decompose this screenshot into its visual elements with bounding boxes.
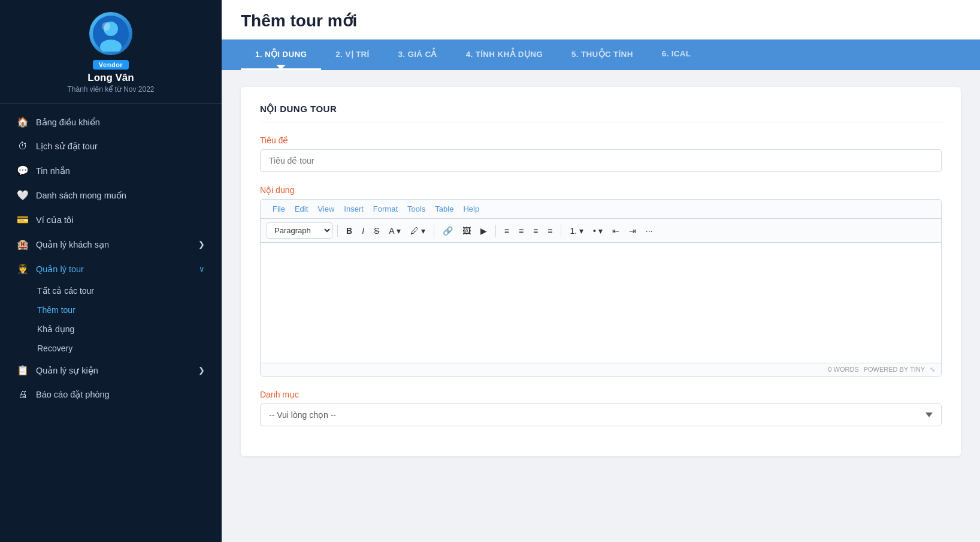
ordered-list-button[interactable]: 1. ▾: [566, 224, 587, 238]
category-select[interactable]: -- Vui lòng chọn --: [260, 404, 942, 426]
avatar: [89, 12, 132, 55]
sidebar-item-label: Tin nhắn: [36, 166, 70, 176]
sidebar-item-tour-mgmt[interactable]: 🧑‍✈️ Quản lý tour ∨: [0, 257, 222, 281]
page-title: Thêm tour mới: [241, 11, 961, 31]
sidebar-username: Long Vân: [87, 72, 134, 84]
menu-view[interactable]: View: [313, 203, 339, 215]
menu-file[interactable]: File: [268, 203, 290, 215]
chevron-right-icon: ❯: [198, 240, 205, 249]
wallet-icon: 💳: [17, 214, 29, 225]
sidebar-item-label: Quản lý tour: [36, 264, 84, 274]
step-tab-6[interactable]: 6. ICAL: [648, 40, 706, 70]
toolbar-divider-4: [561, 225, 561, 237]
menu-format[interactable]: Format: [368, 203, 403, 215]
sidebar-item-wishlist[interactable]: 🤍 Danh sách mong muốn: [0, 183, 222, 207]
title-input[interactable]: [260, 149, 942, 172]
step-tab-5[interactable]: 5. THUỘC TÍNH: [557, 40, 648, 70]
link-button[interactable]: 🔗: [439, 224, 456, 238]
sidebar-nav: 🏠 Bảng điều khiển ⏱ Lịch sử đặt tour 💬 T…: [0, 104, 222, 542]
step-tab-3[interactable]: 3. GIÁ CẢ: [384, 40, 452, 70]
chevron-down-icon: ∨: [199, 264, 205, 273]
indent-button[interactable]: ⇥: [625, 224, 640, 238]
step-tab-4[interactable]: 4. TÍNH KHẢ DỤNG: [452, 40, 557, 70]
sidebar-item-event-mgmt[interactable]: 📋 Quản lý sự kiện ❯: [0, 358, 222, 383]
outdent-button[interactable]: ⇤: [609, 224, 623, 238]
sidebar-item-label: Quản lý sự kiện: [36, 366, 98, 375]
report-icon: 🖨: [17, 389, 29, 400]
tour-icon: 🧑‍✈️: [17, 263, 29, 275]
sidebar-item-label: Bảng điều khiển: [36, 118, 100, 127]
toolbar-divider-3: [495, 225, 496, 237]
align-center-button[interactable]: ≡: [515, 224, 527, 238]
category-group: Danh mục -- Vui lòng chọn --: [260, 390, 942, 426]
word-count: 0 WORDS: [828, 366, 858, 374]
menu-help[interactable]: Help: [458, 203, 484, 215]
content-group: Nội dung File Edit View Insert Format To…: [260, 185, 942, 377]
section-title: NỘI DUNG TOUR: [260, 104, 942, 122]
content-area: NỘI DUNG TOUR Tiêu đề Nội dung File Edit…: [222, 70, 980, 542]
steps-bar: 1. NỘI DUNG 2. VỊ TRÍ 3. GIÁ CẢ 4. TÍNH …: [222, 40, 980, 70]
svg-point-3: [102, 22, 110, 31]
highlight-button[interactable]: 🖊 ▾: [407, 224, 429, 238]
toolbar-divider-2: [434, 225, 434, 237]
sidebar-item-dashboard[interactable]: 🏠 Bảng điều khiển: [0, 110, 222, 134]
sidebar-item-label: Danh sách mong muốn: [36, 191, 126, 200]
unordered-list-button[interactable]: • ▾: [589, 224, 606, 238]
sidebar-item-availability[interactable]: Khả dụng: [37, 320, 222, 339]
italic-button[interactable]: I: [358, 224, 368, 238]
editor-body[interactable]: [261, 243, 941, 363]
sidebar-header: Vendor Long Vân Thành viên kể từ Nov 202…: [0, 0, 222, 104]
sidebar-item-all-tours[interactable]: Tất cả các tour: [37, 281, 222, 300]
align-justify-button[interactable]: ≡: [544, 224, 556, 238]
home-icon: 🏠: [17, 116, 29, 128]
event-icon: 📋: [17, 365, 29, 376]
clock-icon: ⏱: [17, 141, 29, 152]
main-content: Thêm tour mới 1. NỘI DUNG 2. VỊ TRÍ 3. G…: [222, 0, 980, 542]
sidebar-item-label: Báo cáo đặt phòng: [36, 390, 110, 399]
sidebar-item-recovery[interactable]: Recovery: [37, 339, 222, 358]
resize-icon[interactable]: ⤡: [930, 366, 935, 374]
editor-container: File Edit View Insert Format Tools Table…: [260, 199, 942, 377]
category-label: Danh mục: [260, 390, 942, 399]
image-button[interactable]: 🖼: [459, 224, 474, 238]
step-tab-1[interactable]: 1. NỘI DUNG: [241, 40, 321, 70]
editor-toolbar: Paragraph Heading 1 Heading 2 B I S A ▾ …: [261, 219, 941, 243]
content-label: Nội dung: [260, 185, 942, 195]
sidebar-item-label: Lịch sử đặt tour: [36, 141, 98, 151]
sidebar-item-add-tour[interactable]: Thêm tour: [37, 300, 222, 320]
powered-by: POWERED BY TINY: [864, 366, 925, 374]
more-button[interactable]: ···: [642, 224, 657, 238]
menu-table[interactable]: Table: [430, 203, 458, 215]
font-color-button[interactable]: A ▾: [385, 224, 404, 238]
sidebar-item-label: Ví của tôi: [36, 215, 73, 225]
align-right-button[interactable]: ≡: [530, 224, 542, 238]
step-tab-2[interactable]: 2. VỊ TRÍ: [321, 40, 383, 70]
align-left-button[interactable]: ≡: [501, 224, 513, 238]
menu-tools[interactable]: Tools: [403, 203, 430, 215]
vendor-badge: Vendor: [93, 60, 129, 70]
toolbar-divider-1: [337, 225, 338, 237]
editor-menubar: File Edit View Insert Format Tools Table…: [261, 200, 941, 219]
bold-button[interactable]: B: [343, 224, 356, 238]
media-button[interactable]: ▶: [477, 224, 491, 238]
sidebar-item-messages[interactable]: 💬 Tin nhắn: [0, 158, 222, 183]
chevron-right-icon: ❯: [198, 366, 205, 375]
title-group: Tiêu đề: [260, 136, 942, 172]
editor-footer: 0 WORDS POWERED BY TINY ⤡: [261, 363, 941, 376]
sidebar-member-since: Thành viên kể từ Nov 2022: [67, 85, 154, 94]
strikethrough-button[interactable]: S: [370, 224, 383, 238]
sidebar-item-booking-history[interactable]: ⏱ Lịch sử đặt tour: [0, 134, 222, 158]
tour-submenu: Tất cả các tour Thêm tour Khả dụng Recov…: [0, 281, 222, 358]
sidebar-item-room-report[interactable]: 🖨 Báo cáo đặt phòng: [0, 383, 222, 406]
sidebar: Vendor Long Vân Thành viên kể từ Nov 202…: [0, 0, 222, 542]
form-card: NỘI DUNG TOUR Tiêu đề Nội dung File Edit…: [241, 87, 961, 456]
sidebar-item-wallet[interactable]: 💳 Ví của tôi: [0, 207, 222, 232]
page-title-bar: Thêm tour mới: [222, 0, 980, 40]
paragraph-select[interactable]: Paragraph Heading 1 Heading 2: [267, 222, 332, 239]
chat-icon: 💬: [17, 165, 29, 176]
title-label: Tiêu đề: [260, 136, 942, 145]
menu-insert[interactable]: Insert: [339, 203, 368, 215]
menu-edit[interactable]: Edit: [290, 203, 313, 215]
sidebar-item-hotel-mgmt[interactable]: 🏨 Quản lý khách sạn ❯: [0, 232, 222, 257]
hotel-icon: 🏨: [17, 239, 29, 250]
